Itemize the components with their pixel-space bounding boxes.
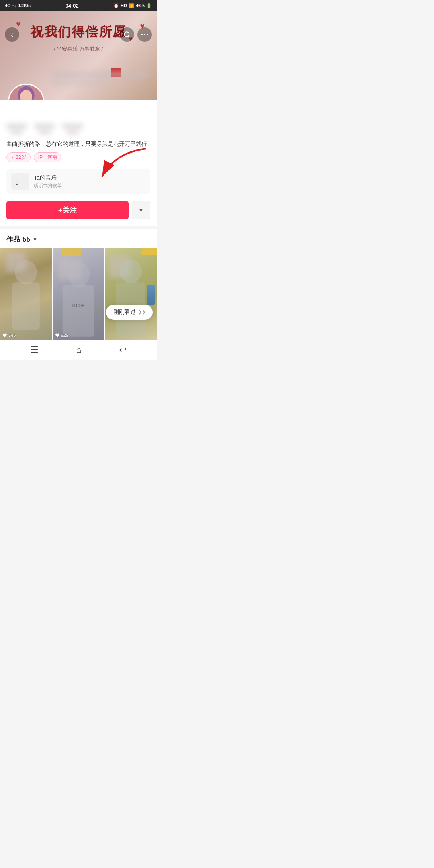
tags-row: ♀ 32岁 IP：河南: [6, 152, 150, 162]
avatar-container: [8, 84, 44, 100]
works-header: 作品 55 ▼: [0, 229, 157, 248]
recent-popup-chevron: ❯❯: [138, 309, 145, 315]
music-title: Ta的音乐: [34, 174, 145, 182]
gender-age-tag: ♀ 32岁: [6, 152, 31, 162]
username-id-blur: [52, 80, 110, 85]
svg-point-3: [144, 34, 145, 35]
battery-icon: 🔋: [146, 3, 152, 8]
svg-point-4: [147, 34, 148, 35]
follow-button[interactable]: +关注: [6, 201, 129, 219]
recent-popup-label: 刚刚看过: [113, 309, 136, 316]
stats-row: [6, 124, 150, 134]
name-blur-area: [52, 72, 149, 92]
heart-decoration-1: ♥: [16, 19, 21, 29]
banner-subtitle: / 平安喜乐 万事胜意 /: [54, 45, 103, 53]
bottom-nav: ☰ ⌂ ↩: [0, 340, 157, 360]
like-count-1: 745: [2, 333, 16, 338]
works-count: 55: [23, 235, 30, 244]
svg-point-12: [15, 260, 37, 284]
ip-location-tag: IP：河南: [34, 152, 61, 162]
avatar-image: [9, 85, 43, 100]
svg-rect-15: [62, 285, 94, 337]
recent-popup[interactable]: 刚刚看过 ❯❯: [106, 305, 153, 320]
alarm-icon: ⏰: [113, 3, 119, 8]
signal-icon: 4G ↑↓ 0.2K/s: [5, 3, 31, 8]
dropdown-button[interactable]: ▼: [132, 201, 150, 219]
banner-title: 祝我们得偿所愿: [31, 23, 126, 41]
music-card[interactable]: ♩ Ta的音乐 听听ta的歌单: [6, 169, 150, 194]
stat-following: [6, 124, 27, 134]
username-blur: [52, 72, 149, 78]
music-info: Ta的音乐 听听ta的歌单: [34, 174, 145, 189]
works-label: 作品: [6, 235, 20, 244]
avatar: [8, 84, 44, 100]
video-thumb-1[interactable]: 745: [0, 248, 52, 340]
profile-banner: ♥ ♥ ♥ 祝我们得偿所愿 / 平安喜乐 万事胜意 / ‹: [0, 11, 157, 100]
battery-label: 46%: [136, 3, 145, 8]
status-time: 04:02: [66, 3, 79, 9]
svg-point-0: [124, 32, 129, 37]
nav-back-button[interactable]: ↩: [119, 345, 126, 355]
video-thumb-3[interactable]: [105, 248, 157, 340]
more-button[interactable]: [137, 27, 152, 42]
music-subtitle: 听听ta的歌单: [34, 182, 145, 189]
hd-label: HD: [121, 3, 127, 8]
stat-likes: [63, 124, 83, 134]
svg-rect-13: [12, 282, 40, 330]
svg-point-2: [141, 34, 143, 35]
music-icon: ♩: [11, 173, 29, 190]
profile-info-section: 曲曲折折的路，总有它的道理，只要尽头是花开万里就行 ♀ 32岁 IP：河南 ♩ …: [0, 100, 157, 226]
svg-text:♩: ♩: [15, 178, 19, 186]
video-thumb-2[interactable]: HIDE 929: [53, 248, 104, 340]
stat-followers: [35, 124, 55, 134]
svg-point-14: [67, 262, 89, 287]
status-bar: 4G ↑↓ 0.2K/s 04:02 ⏰ HD 📶 46% 🔋: [0, 0, 157, 11]
wifi-icon: 📶: [129, 3, 134, 8]
works-dropdown-icon[interactable]: ▼: [33, 237, 37, 242]
bio-text: 曲曲折折的路，总有它的道理，只要尽头是花开万里就行: [6, 140, 150, 148]
status-right: ⏰ HD 📶 46% 🔋: [113, 3, 152, 8]
back-button[interactable]: ‹: [5, 27, 19, 42]
like-count-2: 929: [55, 333, 68, 338]
nav-home-button[interactable]: ⌂: [76, 345, 81, 355]
search-button[interactable]: [120, 27, 134, 42]
nav-menu-button[interactable]: ☰: [31, 345, 39, 355]
svg-line-1: [128, 36, 129, 37]
status-left: 4G ↑↓ 0.2K/s: [5, 3, 31, 8]
follow-row: +关注 ▼: [6, 201, 150, 219]
video-grid: 745 HIDE 929: [0, 248, 157, 340]
svg-point-16: [120, 260, 142, 283]
works-section: 作品 55 ▼ 745: [0, 229, 157, 340]
